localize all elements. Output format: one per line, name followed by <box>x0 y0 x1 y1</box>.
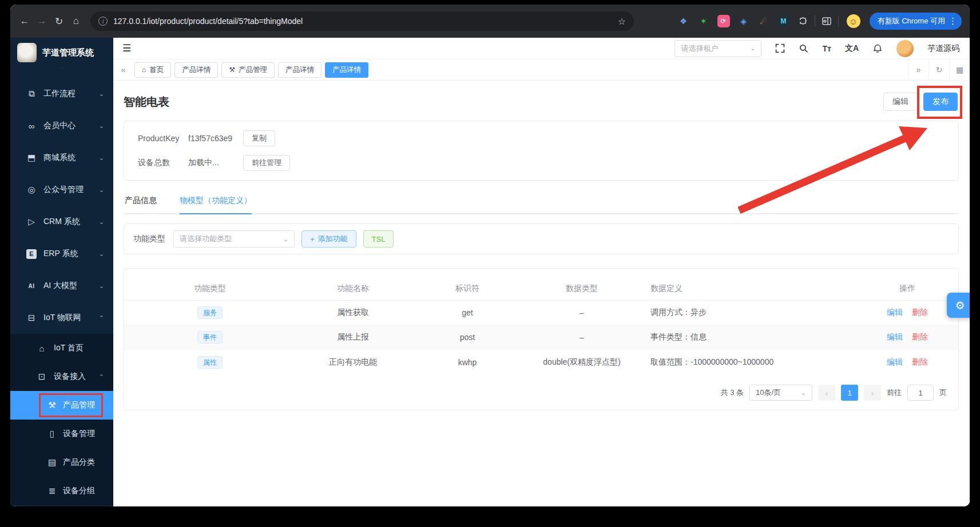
tab-product-management[interactable]: ⚒ 产品管理 <box>221 62 275 78</box>
tab-product-info[interactable]: 产品信息 <box>125 195 157 213</box>
function-type-placeholder: 请选择功能类型 <box>180 234 232 244</box>
forward-icon[interactable]: → <box>33 13 50 30</box>
tabs-refresh-icon[interactable]: ↻ <box>929 59 949 80</box>
m-badge-extension-icon[interactable]: M <box>777 15 790 27</box>
tabs-scroll-left-icon[interactable]: « <box>113 59 133 80</box>
sidebar-item-iot-home[interactable]: ⌂ IoT 首页 <box>10 334 113 362</box>
type-tag[interactable]: 服务 <box>197 306 223 319</box>
puzzle-extensions-icon[interactable] <box>798 15 809 27</box>
next-page-button[interactable]: › <box>864 385 881 401</box>
broom-extension-icon[interactable]: ☄ <box>757 15 770 27</box>
publish-wrap: 发布 <box>923 93 958 111</box>
page-content: 智能电表 编辑 发布 ProductKey f13f57c63e9 <box>113 81 970 506</box>
tab-thing-model[interactable]: 物模型（功能定义） <box>180 195 252 213</box>
prev-page-button[interactable]: ‹ <box>818 385 835 401</box>
navbar-right: 请选择租户 ⌄ Tт <box>675 40 970 57</box>
reload-icon[interactable]: ↻ <box>50 13 68 30</box>
sidebar-item-workflow[interactable]: ⧉ 工作流程 ⌄ <box>10 78 113 110</box>
username[interactable]: 芋道源码 <box>927 43 959 54</box>
bell-icon[interactable] <box>872 43 883 54</box>
sidebar-item-label: IoT 物联网 <box>43 313 81 323</box>
workflow-icon: ⧉ <box>26 89 37 99</box>
edit-button[interactable]: 编辑 <box>883 93 918 111</box>
function-type-select[interactable]: 请选择功能类型 ⌄ <box>173 230 295 247</box>
screen: ← → ↻ ⌂ i 127.0.0.1/iot/product/product/… <box>0 0 980 527</box>
tenant-select[interactable]: 请选择租户 ⌄ <box>675 40 761 57</box>
tags-view-bar: « ⌂ 首页 产品详情 ⚒ 产品管理 <box>113 59 970 81</box>
row-edit-link[interactable]: 编辑 <box>887 357 903 366</box>
fullscreen-icon[interactable] <box>775 43 785 53</box>
logo-row[interactable]: 芋道管理系统 <box>10 38 113 67</box>
row-delete-link[interactable]: 删除 <box>912 308 928 317</box>
add-function-label: 添加功能 <box>318 234 348 244</box>
sidebar-item-erp[interactable]: E ERP 系统 ⌄ <box>10 238 113 270</box>
row-edit-link[interactable]: 编辑 <box>887 308 903 317</box>
extensions-row: ❖ ✶ ⟳ ◈ ☄ M <box>677 15 809 27</box>
search-icon[interactable] <box>799 43 808 53</box>
settings-gear-button[interactable]: ⚙ <box>947 293 970 318</box>
sidebar-item-report[interactable]: ◔ 报表管理 <box>10 67 113 78</box>
sidebar-item-iot[interactable]: ⊟ IoT 物联网 ⌃ <box>10 302 113 334</box>
page-size-select[interactable]: 10条/页 ⌄ <box>749 385 812 401</box>
col-function-type: 功能类型 <box>124 284 296 294</box>
tab-home[interactable]: ⌂ 首页 <box>134 62 171 78</box>
sidebar-item-ai-model[interactable]: AI AI 大模型 ⌄ <box>10 270 113 302</box>
copy-button[interactable]: 复制 <box>243 130 275 146</box>
site-info-icon[interactable]: i <box>98 17 108 26</box>
url-text: 127.0.0.1/iot/product/product/detail/5?t… <box>113 17 303 26</box>
side-panel-icon[interactable] <box>821 15 832 27</box>
manage-button[interactable]: 前往管理 <box>243 155 290 171</box>
tabs-layout-icon[interactable]: ▦ <box>949 59 970 80</box>
tab-product-detail-2[interactable]: 产品详情 <box>278 62 322 78</box>
thing-model-table-card: 功能类型 功能名称 标识符 数据类型 数据定义 操作 服务 属性获取 get – <box>124 268 959 410</box>
address-bar[interactable]: i 127.0.0.1/iot/product/product/detail/5… <box>90 11 634 31</box>
chevron-down-icon: ⌄ <box>99 218 104 226</box>
font-size-icon[interactable]: Tт <box>822 44 831 53</box>
iot-submenu: ⌂ IoT 首页 ⊡ 设备接入 ⌃ ⚒ 产品管理 <box>10 334 113 505</box>
chrome-profile-avatar[interactable]: ☺ <box>847 14 860 28</box>
user-avatar[interactable] <box>896 40 914 57</box>
type-tag[interactable]: 属性 <box>197 356 223 369</box>
blue-gem-extension-icon[interactable]: ◈ <box>737 15 750 27</box>
page-size-value: 10条/页 <box>756 388 781 398</box>
sidebar-item-product-category[interactable]: ▤ 产品分类 <box>10 448 113 477</box>
apps-grid-extension-icon[interactable]: ❖ <box>677 15 690 27</box>
col-data-definition: 数据定义 <box>639 284 856 294</box>
cell-data-type: – <box>525 308 639 317</box>
tab-product-detail-active[interactable]: 产品详情 <box>325 62 368 78</box>
main-area: ☰ 请选择租户 ⌄ <box>113 38 970 506</box>
tab-product-detail-1[interactable]: 产品详情 <box>174 62 218 78</box>
header-buttons: 编辑 发布 <box>883 93 959 111</box>
chevron-up-icon: ⌃ <box>99 314 104 322</box>
chrome-menu-icon[interactable]: ⋮ <box>949 16 957 26</box>
collapse-sidebar-icon[interactable]: ☰ <box>113 42 140 54</box>
sidebar-item-official-account[interactable]: ◎ 公众号管理 ⌄ <box>10 174 113 206</box>
row-edit-link[interactable]: 编辑 <box>887 332 903 341</box>
translate-icon[interactable]: 文A <box>845 43 859 54</box>
sidebar-item-mall-system[interactable]: ⬒ 商城系统 ⌄ <box>10 142 113 174</box>
page-jump-input[interactable] <box>907 385 934 401</box>
sidebar-item-device-access[interactable]: ⊡ 设备接入 ⌃ <box>10 362 113 391</box>
back-icon[interactable]: ← <box>16 13 33 30</box>
bookmark-star-icon[interactable]: ☆ <box>618 16 626 27</box>
current-page-button[interactable]: 1 <box>841 385 858 401</box>
publish-button[interactable]: 发布 <box>923 93 958 111</box>
type-tag[interactable]: 事件 <box>197 331 223 344</box>
tabs-scroll-right-icon[interactable]: » <box>908 59 929 80</box>
row-delete-link[interactable]: 删除 <box>912 357 928 366</box>
row-delete-link[interactable]: 删除 <box>912 332 928 341</box>
sidebar-item-label: 设备管理 <box>63 429 95 439</box>
pink-translate-extension-icon[interactable]: ⟳ <box>717 15 730 27</box>
sidebar-item-product-management[interactable]: ⚒ 产品管理 <box>10 391 113 420</box>
sidebar-item-crm[interactable]: ▷ CRM 系统 ⌄ <box>10 206 113 238</box>
browser-home-icon[interactable]: ⌂ <box>68 13 85 30</box>
tsl-button[interactable]: TSL <box>363 230 394 247</box>
sidebar-item-label: AI 大模型 <box>43 281 77 291</box>
add-function-button[interactable]: + 添加功能 <box>301 230 356 247</box>
ai-icon: AI <box>26 283 37 289</box>
sidebar-item-device-group[interactable]: ≣ 设备分组 <box>10 477 113 505</box>
green-star-extension-icon[interactable]: ✶ <box>697 15 710 27</box>
sidebar-item-device-management[interactable]: ▯ 设备管理 <box>10 420 113 448</box>
chrome-update-button[interactable]: 有新版 Chrome 可用 ⋮ <box>870 13 962 30</box>
sidebar-item-member-center[interactable]: ∞ 会员中心 ⌄ <box>10 110 113 142</box>
